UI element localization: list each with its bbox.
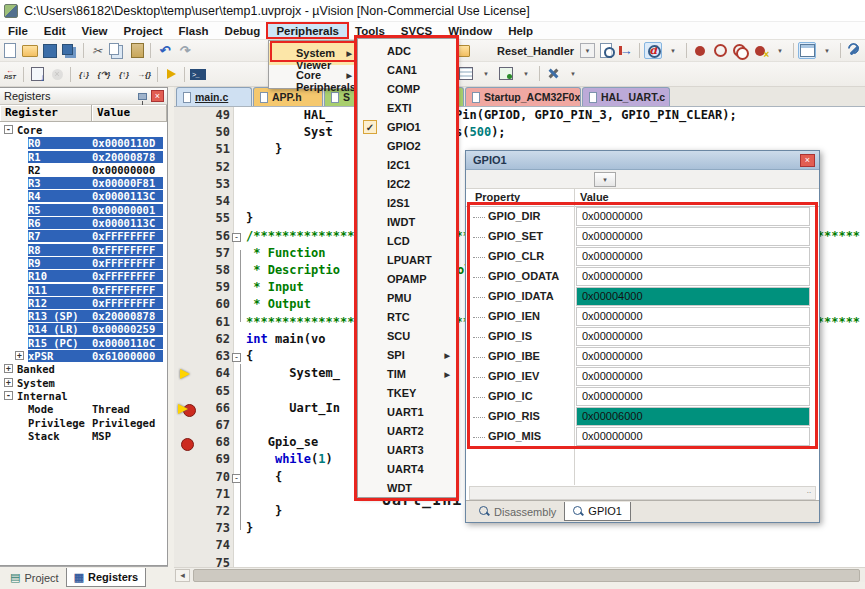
register-row-r11[interactable]: R110xFFFFFFFF (0, 284, 167, 297)
pin-icon[interactable] (138, 93, 147, 100)
close-icon[interactable]: × (151, 90, 164, 102)
workspace-tab-registers[interactable]: Registers (66, 568, 147, 587)
menu-item-comp[interactable]: COMP (358, 80, 456, 99)
register-row-r10[interactable]: R100xFFFFFFFF (0, 270, 167, 283)
register-row-r5[interactable]: R50x00000001 (0, 204, 167, 217)
register-row-core[interactable]: -Core (0, 124, 167, 137)
menu-item-core-peripherals[interactable]: Core Peripherals (269, 65, 358, 87)
register-row-banked[interactable]: +Banked (0, 363, 167, 376)
register-row-xpsr[interactable]: +xPSR0x61000000 (0, 350, 167, 363)
editor-tab-startup-acm32f0x0-s[interactable]: Startup_ACM32F0x0.s (465, 87, 581, 106)
menubar-item-flash[interactable]: Flash (171, 22, 217, 39)
menu-item-lcd[interactable]: LCD (358, 232, 456, 251)
register-row-r6[interactable]: R60x0000113C (0, 217, 167, 230)
fold-toggle-icon[interactable]: - (232, 353, 241, 362)
register-value[interactable]: 0x61000000 (92, 350, 163, 362)
register-row-r8[interactable]: R80xFFFFFFFF (0, 244, 167, 257)
dock-tab-gpio1[interactable]: GPIO1 (564, 502, 631, 521)
register-value[interactable]: 0x0000110D (92, 137, 163, 149)
register-value[interactable]: Thread (92, 403, 163, 415)
execution-arrow-icon[interactable] (177, 368, 195, 381)
menu-item-gpio2[interactable]: GPIO2 (358, 137, 456, 156)
editor-tab-hal-uart-c[interactable]: HAL_UART.c (582, 87, 670, 106)
code-line-73[interactable]: 73} (174, 521, 865, 538)
menu-item-wdt[interactable]: WDT (358, 479, 456, 498)
menu-item-uart4[interactable]: UART4 (358, 460, 456, 479)
menu-item-uart3[interactable]: UART3 (358, 441, 456, 460)
register-value[interactable]: 0xFFFFFFFF (92, 297, 163, 309)
register-value[interactable]: 0x20000878 (92, 151, 163, 163)
menu-item-opamp[interactable]: OPAMP (358, 270, 456, 289)
code-line-74[interactable]: 74 (174, 538, 865, 555)
register-row-r4[interactable]: R40x0000113C (0, 190, 167, 203)
menubar-item-edit[interactable]: Edit (36, 22, 74, 39)
code-line-49[interactable]: 49 HAL_Pin(GPIOD, GPIO_PIN_3, GPIO_PIN_C… (174, 108, 865, 125)
menu-item-uart1[interactable]: UART1 (358, 403, 456, 422)
menubar-item-view[interactable]: View (74, 22, 116, 39)
menu-item-gpio1[interactable]: GPIO1 (358, 118, 456, 137)
menu-item-exti[interactable]: EXTI (358, 99, 456, 118)
register-value[interactable]: 0x00000F81 (92, 177, 163, 189)
editor-horizontal-scrollbar[interactable]: ◂ (174, 567, 865, 582)
menu-item-tim[interactable]: TIM (358, 365, 456, 384)
code-line-50[interactable]: 50 Systs(500); (174, 125, 865, 142)
toolbar-button-reset-handler[interactable]: Reset_Handler (472, 42, 579, 59)
menubar-item-project[interactable]: Project (116, 22, 171, 39)
expand-toggle-icon[interactable]: - (4, 125, 13, 134)
menu-item-pmu[interactable]: PMU (358, 289, 456, 308)
menu-item-uart2[interactable]: UART2 (358, 422, 456, 441)
register-value[interactable]: 0x0000113C (92, 217, 163, 229)
register-value[interactable]: 0xFFFFFFFF (92, 270, 163, 282)
menu-item-iwdt[interactable]: IWDT (358, 213, 456, 232)
breakpoint-icon[interactable] (177, 437, 195, 450)
dock-tab-disassembly[interactable]: Disassembly (471, 502, 564, 521)
menu-item-scu[interactable]: SCU (358, 327, 456, 346)
menu-item-lpuart[interactable]: LPUART (358, 251, 456, 270)
register-value[interactable]: 0x0000113C (92, 190, 163, 202)
register-row-r2[interactable]: R20x00000000 (0, 164, 167, 177)
register-row-r12[interactable]: R120xFFFFFFFF (0, 297, 167, 310)
register-row-r3[interactable]: R30x00000F81 (0, 177, 167, 190)
menu-item-spi[interactable]: SPI (358, 346, 456, 365)
menu-item-i2c1[interactable]: I2C1 (358, 156, 456, 175)
register-row-r9[interactable]: R90xFFFFFFFF (0, 257, 167, 270)
register-value[interactable]: 0x00000000 (92, 164, 163, 176)
register-row-r0[interactable]: R00x0000110D (0, 137, 167, 150)
menu-item-i2c2[interactable]: I2C2 (358, 175, 456, 194)
register-row-system[interactable]: +System (0, 377, 167, 390)
gpio1-scroll-strip[interactable]: ∙∙ (469, 486, 816, 500)
expand-toggle-icon[interactable]: + (4, 378, 13, 387)
register-row-r15-pc-[interactable]: R15 (PC)0x0000110C (0, 337, 167, 350)
register-row-privilege[interactable]: PrivilegePrivileged (0, 417, 167, 430)
register-value[interactable]: 0xFFFFFFFF (92, 230, 163, 242)
gpio1-dialog-titlebar[interactable]: GPIO1 × (466, 151, 819, 170)
register-value[interactable]: 0xFFFFFFFF (92, 244, 163, 256)
breakpoint-arrow-icon[interactable] (177, 403, 195, 416)
menu-item-i2s1[interactable]: I2S1 (358, 194, 456, 213)
menubar-item-svcs[interactable]: SVCS (393, 22, 440, 39)
register-row-internal[interactable]: -Internal (0, 390, 167, 403)
expand-toggle-icon[interactable]: + (4, 364, 13, 373)
menu-item-adc[interactable]: ADC (358, 42, 456, 61)
menubar-item-peripherals[interactable]: Peripherals (268, 22, 347, 39)
menubar-item-window[interactable]: Window (440, 22, 500, 39)
menubar-item-help[interactable]: Help (500, 22, 541, 39)
register-value[interactable]: 0xFFFFFFFF (92, 257, 163, 269)
register-select-dropdown[interactable]: ▾ (594, 172, 616, 187)
register-row-mode[interactable]: ModeThread (0, 403, 167, 416)
register-row-r1[interactable]: R10x20000878 (0, 151, 167, 164)
register-value[interactable]: Privileged (92, 417, 163, 429)
expand-toggle-icon[interactable]: - (4, 391, 13, 400)
menu-item-rtc[interactable]: RTC (358, 308, 456, 327)
register-row-r13-sp-[interactable]: R13 (SP)0x20000878 (0, 310, 167, 323)
expand-toggle-icon[interactable]: + (15, 351, 24, 360)
register-value[interactable]: MSP (92, 430, 163, 442)
workspace-tab-project[interactable]: Project (3, 568, 66, 587)
register-value[interactable]: 0x20000878 (92, 310, 163, 322)
menu-item-can1[interactable]: CAN1 (358, 61, 456, 80)
close-icon[interactable]: × (800, 154, 815, 167)
register-row-r7[interactable]: R70xFFFFFFFF (0, 230, 167, 243)
register-value[interactable]: 0x00000001 (92, 204, 163, 216)
scrollbar-thumb[interactable] (193, 569, 860, 582)
register-value[interactable]: 0x00000259 (92, 323, 163, 335)
